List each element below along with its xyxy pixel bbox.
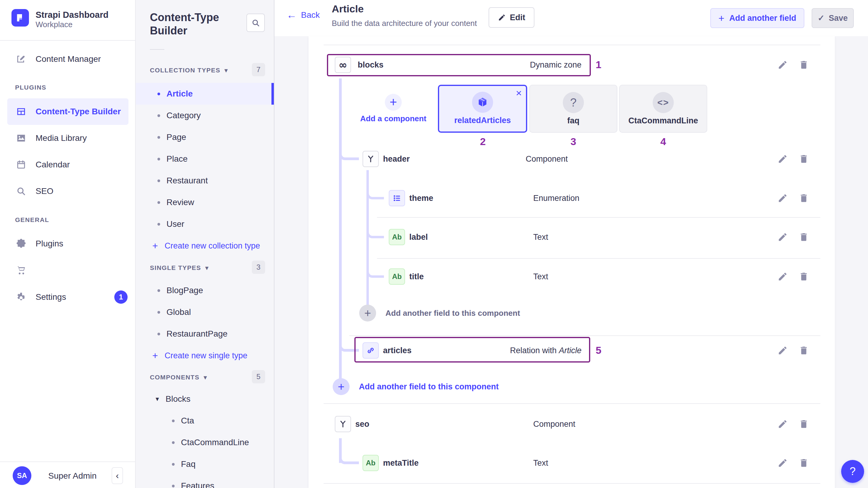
row-divider (323, 403, 820, 404)
sidebar-item-settings[interactable]: Settings 1 (7, 284, 128, 310)
plus-icon: + (359, 305, 376, 322)
ctb-item-ctacommandline[interactable]: CtaCommandLine (136, 432, 274, 453)
search-button[interactable] (246, 13, 265, 32)
sidebar-item-plugins[interactable]: Plugins (7, 231, 128, 257)
sidebar-item-seo[interactable]: SEO (7, 178, 128, 205)
annotation-number: 2 (477, 136, 488, 148)
field-type: Component (526, 151, 568, 167)
ctb-item-blogpage[interactable]: BlogPage (136, 280, 274, 301)
tree-elbow (339, 148, 359, 160)
gear-icon (15, 292, 27, 302)
collapse-sidebar-button[interactable]: ‹ (112, 467, 123, 484)
component-card-relatedarticles[interactable]: × relatedArticles (438, 85, 527, 133)
delete-field-icon[interactable] (799, 345, 809, 356)
avatar[interactable]: SA (13, 466, 31, 485)
delete-field-icon[interactable] (799, 60, 809, 70)
row-divider (377, 217, 820, 218)
text-field-icon: Ab (363, 455, 379, 471)
components-header[interactable]: COMPONENTS ▾ (150, 373, 207, 382)
brand: Strapi Dashboard Workplace (11, 9, 108, 29)
edit-field-icon[interactable] (777, 154, 788, 164)
field-type: Dynamic zone (493, 57, 582, 73)
collection-types-header[interactable]: COLLECTION TYPES ▾ (150, 66, 228, 75)
sidebar-item-content-manager[interactable]: Content Manager (7, 46, 128, 72)
ctb-item-cta[interactable]: Cta (136, 410, 274, 432)
delete-field-icon[interactable] (799, 154, 809, 164)
sidebar-item-calendar[interactable]: Calendar (7, 151, 128, 178)
ctb-item-page[interactable]: Page (136, 126, 274, 148)
component-card-ctacommandline[interactable]: <> CtaCommandLine (619, 85, 707, 133)
question-icon: ? (849, 465, 856, 478)
brand-name: Strapi Dashboard (36, 9, 108, 20)
ctb-item-features[interactable]: Features (136, 475, 274, 488)
edit-field-icon[interactable] (777, 458, 788, 468)
delete-field-icon[interactable] (799, 419, 809, 429)
chevron-left-icon: ‹ (116, 470, 119, 481)
ctb-item-faq[interactable]: Faq (136, 453, 274, 475)
ctb-item-place[interactable]: Place (136, 148, 274, 170)
bullet-icon (157, 114, 160, 117)
field-type: Text (533, 455, 548, 471)
ctb-item-restaurantpage[interactable]: RestaurantPage (136, 323, 274, 345)
add-component-button[interactable]: + (385, 94, 402, 111)
edit-field-icon[interactable] (777, 60, 788, 70)
row-actions (777, 268, 817, 285)
add-component-label[interactable]: Add a component (354, 114, 433, 123)
delete-field-icon[interactable] (799, 458, 809, 468)
sidebar-item-label: Media Library (36, 133, 87, 143)
back-link[interactable]: ← Back (286, 9, 320, 21)
image-icon (15, 133, 27, 143)
edit-field-icon[interactable] (777, 232, 788, 242)
bullet-icon (157, 158, 160, 160)
ctb-item-global[interactable]: Global (136, 301, 274, 323)
help-button[interactable]: ? (841, 460, 864, 483)
edit-button[interactable]: Edit (489, 7, 534, 28)
ctb-item-article[interactable]: Article (136, 83, 274, 105)
delete-field-icon[interactable] (799, 193, 809, 203)
sidebar-item-media-library[interactable]: Media Library (7, 125, 128, 151)
row-divider (349, 335, 820, 336)
ctb-item-review[interactable]: Review (136, 191, 274, 213)
plus-icon: + (718, 12, 724, 24)
brand-workspace: Workplace (36, 20, 108, 29)
field-name: articles (383, 342, 412, 359)
edit-field-icon[interactable] (777, 271, 788, 282)
field-name: label (409, 229, 428, 245)
row-actions (777, 190, 817, 206)
sidebar-divider (0, 40, 135, 41)
text-field-icon: Ab (389, 229, 405, 245)
sidebar-item-label: Content-Type Builder (36, 107, 121, 116)
chevron-down-icon: ▾ (225, 67, 228, 74)
search-icon (251, 19, 260, 27)
ctb-group-blocks[interactable]: ▾ Blocks (136, 388, 274, 410)
edit-field-icon[interactable] (777, 419, 788, 429)
sidebar-item-content-type-builder[interactable]: Content-Type Builder (7, 98, 128, 125)
sidebar-item-label: Calendar (36, 160, 70, 170)
row-divider (323, 483, 820, 484)
ctb-item-user[interactable]: User (136, 213, 274, 235)
close-icon[interactable]: × (516, 87, 522, 99)
relation-target: Article (559, 346, 582, 355)
user-name: Super Admin (48, 471, 96, 481)
sidebar-item-marketplace[interactable]: Marketplace (7, 257, 128, 283)
edit-field-icon[interactable] (777, 345, 788, 356)
ctb-item-category[interactable]: Category (136, 105, 274, 126)
add-another-field-button[interactable]: + Add another field (710, 8, 804, 28)
create-collection-type-link[interactable]: + Create new collection type (136, 235, 274, 257)
bullet-icon (172, 441, 175, 444)
single-types-header[interactable]: SINGLE TYPES ▾ (150, 263, 208, 272)
add-field-to-component-muted[interactable]: + Add another field to this component (359, 305, 520, 322)
cart-icon (15, 265, 27, 275)
add-field-to-component-button[interactable]: + Add another field to this component (333, 378, 499, 395)
field-name: metaTitle (383, 455, 418, 471)
edit-field-icon[interactable] (777, 193, 788, 203)
ctb-item-restaurant[interactable]: Restaurant (136, 170, 274, 191)
delete-field-icon[interactable] (799, 271, 809, 282)
delete-field-icon[interactable] (799, 232, 809, 242)
tree-elbow (367, 226, 384, 238)
components-count: 5 (252, 370, 265, 383)
component-card-faq[interactable]: ? faq (529, 85, 617, 133)
save-button[interactable]: ✓ Save (812, 8, 854, 28)
strapi-dashboard: Strapi Dashboard Workplace Content Manag… (0, 0, 868, 488)
create-single-type-link[interactable]: + Create new single type (136, 345, 274, 366)
